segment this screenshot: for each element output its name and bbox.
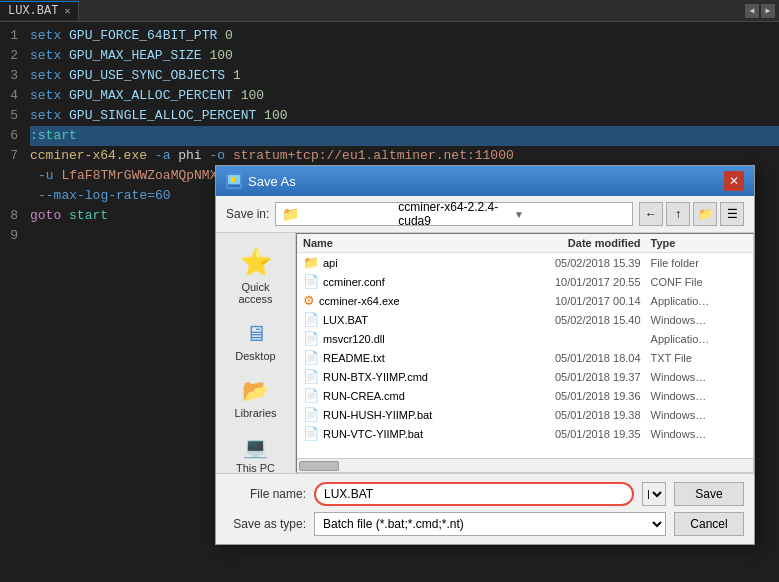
- scrollbar-thumb[interactable]: [299, 461, 339, 471]
- file-type: File folder: [651, 257, 747, 269]
- this-pc-icon: 💻: [243, 435, 268, 459]
- filename-input-wrapper: [314, 482, 634, 506]
- code-line-highlighted: :start: [30, 126, 779, 146]
- tab-close-icon[interactable]: ✕: [64, 5, 70, 17]
- file-item[interactable]: 📄ccminer.conf 10/01/2017 20.55 CONF File: [297, 272, 753, 291]
- txt-icon: 📄: [303, 350, 319, 365]
- file-item[interactable]: 📁api 05/02/2018 15.39 File folder: [297, 253, 753, 272]
- editor-tab-bar: LUX.BAT ✕ ◀ ▶: [0, 0, 779, 22]
- combo-arrow-icon: ▼: [514, 209, 626, 220]
- scroll-left-icon[interactable]: ◀: [745, 4, 759, 18]
- dialog-body: ⭐ Quick access 🖥 Desktop 📂 Libraries 💻 T…: [216, 233, 754, 473]
- file-item[interactable]: 📄msvcr120.dll Applicatio…: [297, 329, 753, 348]
- sidebar-item-desktop[interactable]: 🖥 Desktop: [220, 315, 292, 368]
- libraries-icon: 📂: [242, 378, 269, 404]
- save-in-combo[interactable]: 📁 ccminer-x64-2.2.4-cuda9 ▼: [275, 202, 633, 226]
- file-name: LUX.BAT: [323, 314, 368, 326]
- save-dialog-icon: [226, 173, 242, 189]
- code-line: setx GPU_USE_SYNC_OBJECTS 1: [30, 66, 779, 86]
- exe-icon: ⚙: [303, 293, 315, 308]
- file-date: 05/01/2018 19.36: [496, 390, 651, 402]
- file-type: CONF File: [651, 276, 747, 288]
- file-name: ccminer.conf: [323, 276, 385, 288]
- file-date: 05/01/2018 19.38: [496, 409, 651, 421]
- file-name: RUN-CREA.cmd: [323, 390, 405, 402]
- svg-rect-3: [231, 177, 235, 182]
- folder-icon: 📁: [303, 255, 319, 270]
- savetype-row: Save as type: Batch file (*.bat;*.cmd;*.…: [226, 512, 744, 536]
- toolbar-buttons: ← ↑ 📁 ☰: [639, 202, 744, 226]
- cmd-icon: 📄: [303, 369, 319, 384]
- dialog-toolbar: Save in: 📁 ccminer-x64-2.2.4-cuda9 ▼ ← ↑…: [216, 196, 754, 233]
- filename-label: File name:: [226, 487, 306, 501]
- file-type: Applicatio…: [651, 295, 747, 307]
- horizontal-scrollbar[interactable]: [297, 458, 753, 472]
- file-type: Windows…: [651, 390, 747, 402]
- editor-tab-luxbat[interactable]: LUX.BAT ✕: [0, 1, 79, 20]
- file-date: 05/01/2018 19.35: [496, 428, 651, 440]
- sidebar-item-label: Libraries: [234, 407, 276, 419]
- sidebar-item-quick-access[interactable]: ⭐ Quick access: [220, 241, 292, 311]
- file-name: README.txt: [323, 352, 385, 364]
- save-in-label: Save in:: [226, 207, 269, 221]
- sidebar-item-label: Desktop: [235, 350, 275, 362]
- file-name: api: [323, 257, 338, 269]
- col-header-type: Type: [651, 237, 747, 249]
- dialog-sidebar: ⭐ Quick access 🖥 Desktop 📂 Libraries 💻 T…: [216, 233, 296, 473]
- filename-input[interactable]: [314, 482, 634, 506]
- file-list[interactable]: 📁api 05/02/2018 15.39 File folder 📄ccmin…: [297, 253, 753, 458]
- file-item[interactable]: 📄RUN-HUSH-YIIMP.bat 05/01/2018 19.38 Win…: [297, 405, 753, 424]
- savetype-select[interactable]: Batch file (*.bat;*.cmd;*.nt): [314, 512, 666, 536]
- dialog-title-text: Save As: [248, 174, 296, 189]
- folder-icon: 📁: [282, 206, 394, 222]
- file-item[interactable]: 📄LUX.BAT 05/02/2018 15.40 Windows…: [297, 310, 753, 329]
- code-line: setx GPU_FORCE_64BIT_PTR 0: [30, 26, 779, 46]
- tab-label: LUX.BAT: [8, 4, 58, 18]
- file-type: Windows…: [651, 314, 747, 326]
- file-type: Windows…: [651, 428, 747, 440]
- file-list-header: Name Date modified Type: [297, 234, 753, 253]
- col-header-date: Date modified: [496, 237, 651, 249]
- file-item[interactable]: 📄RUN-CREA.cmd 05/01/2018 19.36 Windows…: [297, 386, 753, 405]
- file-date: 05/02/2018 15.40: [496, 314, 651, 326]
- file-item[interactable]: 📄README.txt 05/01/2018 18.04 TXT File: [297, 348, 753, 367]
- nav-back-button[interactable]: ←: [639, 202, 663, 226]
- view-menu-button[interactable]: ☰: [720, 202, 744, 226]
- bat-icon: 📄: [303, 407, 319, 422]
- file-name: RUN-VTC-YIIMP.bat: [323, 428, 423, 440]
- sidebar-item-label: This PC: [236, 462, 275, 473]
- code-line: setx GPU_SINGLE_ALLOC_PERCENT 100: [30, 106, 779, 126]
- quick-access-icon: ⭐: [240, 247, 272, 278]
- dialog-close-button[interactable]: ✕: [724, 171, 744, 191]
- filename-dropdown[interactable]: LUX.BAT: [642, 482, 666, 506]
- file-item[interactable]: 📄RUN-BTX-YIIMP.cmd 05/01/2018 19.37 Wind…: [297, 367, 753, 386]
- file-type: Applicatio…: [651, 333, 747, 345]
- sidebar-item-label: Quick access: [224, 281, 288, 305]
- desktop-icon: 🖥: [245, 321, 267, 347]
- filename-row: File name: LUX.BAT Save: [226, 482, 744, 506]
- sidebar-item-this-pc[interactable]: 💻 This PC: [220, 429, 292, 473]
- bat-icon: 📄: [303, 426, 319, 441]
- file-type: TXT File: [651, 352, 747, 364]
- save-as-dialog: Save As ✕ Save in: 📁 ccminer-x64-2.2.4-c…: [215, 165, 755, 545]
- nav-up-button[interactable]: ↑: [666, 202, 690, 226]
- savetype-label: Save as type:: [226, 517, 306, 531]
- sidebar-item-libraries[interactable]: 📂 Libraries: [220, 372, 292, 425]
- file-icon: 📄: [303, 274, 319, 289]
- file-list-area: Name Date modified Type 📁api 05/02/2018 …: [296, 233, 754, 473]
- file-date: 05/01/2018 18.04: [496, 352, 651, 364]
- file-item[interactable]: 📄RUN-VTC-YIIMP.bat 05/01/2018 19.35 Wind…: [297, 424, 753, 443]
- create-folder-button[interactable]: 📁: [693, 202, 717, 226]
- cancel-button[interactable]: Cancel: [674, 512, 744, 536]
- cmd-icon: 📄: [303, 388, 319, 403]
- scroll-right-icon[interactable]: ▶: [761, 4, 775, 18]
- file-type: Windows…: [651, 409, 747, 421]
- code-line: ccminer-x64.exe -a phi -o stratum+tcp://…: [30, 146, 779, 166]
- code-line: setx GPU_MAX_ALLOC_PERCENT 100: [30, 86, 779, 106]
- file-date: 05/01/2018 19.37: [496, 371, 651, 383]
- dialog-footer: File name: LUX.BAT Save Save as type: Ba…: [216, 473, 754, 544]
- save-button[interactable]: Save: [674, 482, 744, 506]
- file-item[interactable]: ⚙ccminer-x64.exe 10/01/2017 00.14 Applic…: [297, 291, 753, 310]
- save-in-value: ccminer-x64-2.2.4-cuda9: [398, 200, 510, 228]
- file-date: 10/01/2017 00.14: [496, 295, 651, 307]
